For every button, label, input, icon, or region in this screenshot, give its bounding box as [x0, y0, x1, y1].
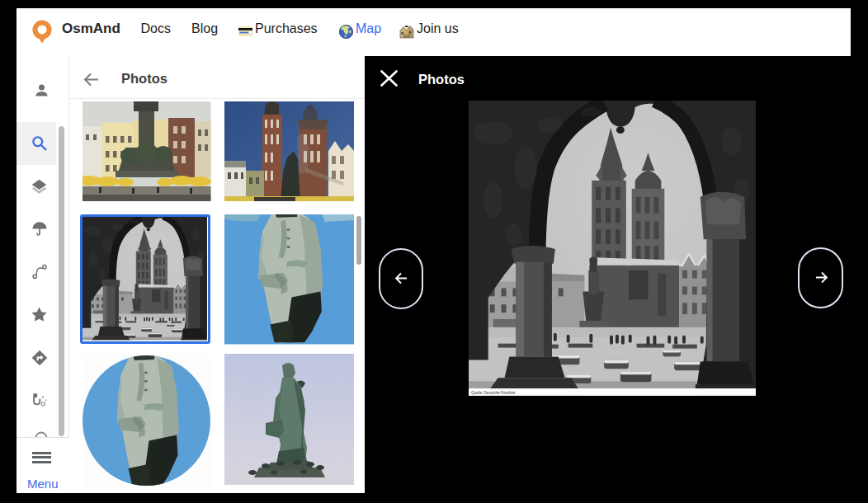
svg-text:Quelle: Deutsche Fotothek: Quelle: Deutsche Fotothek: [471, 391, 516, 395]
